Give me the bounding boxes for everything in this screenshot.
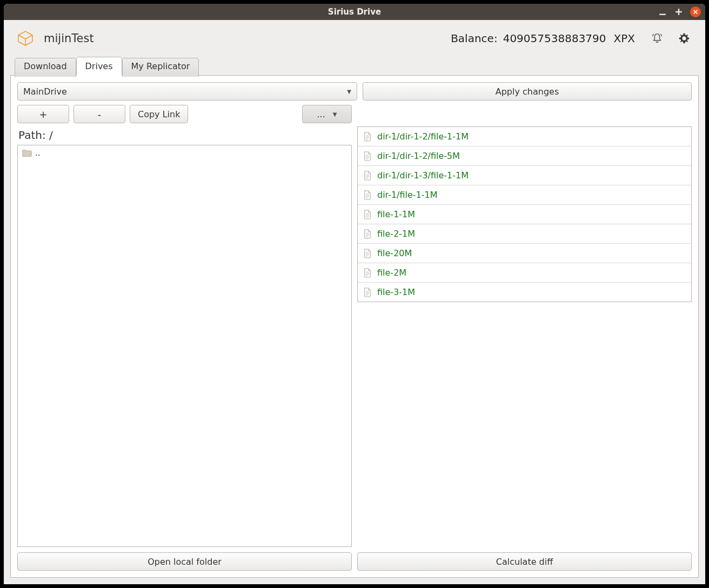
chevron-down-icon: ▼ [347, 89, 351, 95]
drive-select-value: MainDrive [23, 86, 67, 97]
change-row[interactable]: file-20M [358, 244, 691, 263]
tabs: Download Drives My Replicator [4, 57, 705, 76]
content: MainDrive ▼ Apply changes + - Copy Link … [10, 75, 699, 578]
change-row[interactable]: file-3-1M [358, 283, 691, 302]
apply-changes-button[interactable]: Apply changes [363, 82, 692, 101]
file-icon [363, 268, 372, 278]
change-row[interactable]: file-1-1M [358, 205, 691, 224]
change-path: file-3-1M [377, 287, 415, 297]
drive-select[interactable]: MainDrive ▼ [17, 82, 357, 101]
action-row: + - Copy Link ... ▼ [17, 105, 692, 123]
remove-button[interactable]: - [73, 105, 125, 123]
change-path: file-1-1M [377, 209, 415, 219]
file-browser[interactable]: .. [17, 145, 352, 547]
bottom-row: Open local folder Calculate diff [17, 552, 692, 571]
folder-icon [22, 149, 32, 157]
chevron-down-icon: ▼ [333, 111, 337, 117]
balance-label: Balance: [451, 32, 498, 45]
change-path: dir-1/dir-1-2/file-5M [377, 151, 460, 161]
change-path: file-2M [377, 268, 406, 278]
balance-currency: XPX [614, 32, 635, 45]
more-dropdown[interactable]: ... ▼ [302, 105, 352, 123]
file-icon [363, 132, 372, 142]
cube-icon [17, 30, 34, 47]
change-row[interactable]: dir-1/dir-1-2/file-5M [358, 146, 691, 166]
change-row[interactable]: dir-1/dir-1-3/file-1-1M [358, 166, 691, 185]
file-icon [363, 190, 372, 200]
right-panel: dir-1/dir-1-2/file-1-1M dir-1/dir-1-2/fi… [357, 126, 692, 547]
maximize-button[interactable] [674, 7, 684, 17]
change-row[interactable]: file-2M [358, 263, 691, 283]
close-button[interactable] [690, 6, 701, 17]
changes-list[interactable]: dir-1/dir-1-2/file-1-1M dir-1/dir-1-2/fi… [357, 126, 692, 302]
file-icon [363, 210, 372, 219]
account-name: mijinTest [44, 32, 94, 45]
panels: Path: / .. dir-1/dir-1-2/file-1-1M dir-1… [17, 126, 692, 547]
minimize-button[interactable] [658, 7, 667, 17]
path-label: Path: / [17, 126, 352, 145]
calculate-diff-button[interactable]: Calculate diff [357, 552, 692, 571]
left-panel: Path: / .. [17, 126, 352, 547]
copy-link-button[interactable]: Copy Link [130, 105, 188, 123]
list-item-name: .. [35, 148, 41, 158]
header: mijinTest Balance: 409057538883790 XPX [4, 20, 705, 57]
bell-icon[interactable] [651, 32, 663, 44]
file-icon [363, 229, 372, 239]
change-row[interactable]: dir-1/dir-1-2/file-1-1M [358, 127, 691, 146]
app-window: Sirius Drive mijinTest Balance: 40905753… [4, 4, 705, 584]
tab-download[interactable]: Download [15, 58, 76, 77]
window-title: Sirius Drive [328, 7, 381, 17]
change-path: dir-1/dir-1-2/file-1-1M [377, 131, 469, 142]
change-row[interactable]: file-2-1M [358, 224, 691, 244]
change-path: file-20M [377, 248, 412, 258]
window-controls [658, 6, 701, 17]
change-path: file-2-1M [377, 229, 415, 239]
svg-point-7 [683, 37, 686, 40]
gear-icon[interactable] [678, 32, 690, 44]
file-icon [363, 171, 372, 181]
file-icon [363, 151, 372, 161]
svg-rect-0 [659, 14, 666, 15]
tab-drives[interactable]: Drives [76, 57, 122, 76]
svg-rect-2 [675, 11, 682, 12]
list-item[interactable]: .. [18, 145, 351, 161]
file-icon [363, 288, 372, 297]
change-row[interactable]: dir-1/file-1-1M [358, 185, 691, 205]
top-controls: MainDrive ▼ Apply changes [17, 82, 692, 101]
open-local-folder-button[interactable]: Open local folder [17, 552, 352, 571]
balance-value: 409057538883790 [503, 32, 606, 45]
change-path: dir-1/file-1-1M [377, 190, 438, 200]
titlebar: Sirius Drive [4, 4, 705, 20]
more-label: ... [317, 109, 325, 119]
add-button[interactable]: + [17, 105, 69, 123]
change-path: dir-1/dir-1-3/file-1-1M [377, 170, 469, 181]
tab-my-replicator[interactable]: My Replicator [122, 58, 199, 77]
file-icon [363, 249, 372, 258]
